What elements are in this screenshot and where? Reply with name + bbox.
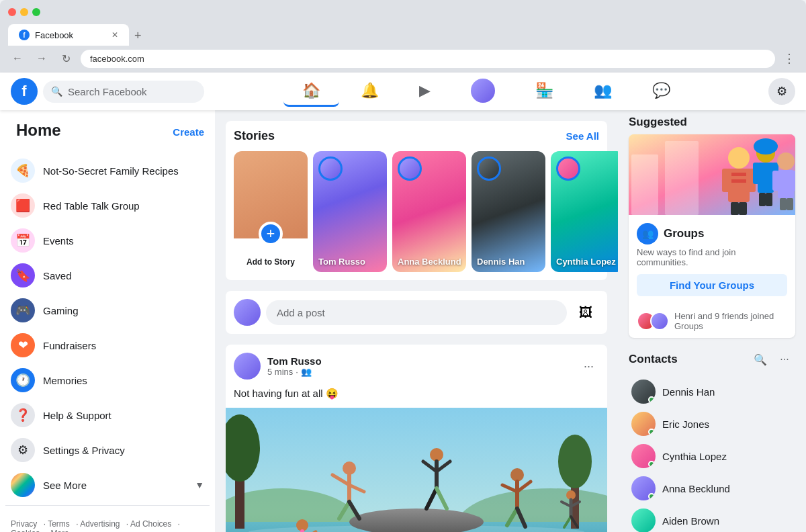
terms-link[interactable]: Terms bbox=[48, 519, 70, 529]
maximize-dot[interactable] bbox=[32, 8, 40, 16]
ad-choices-link[interactable]: Ad Choices bbox=[130, 519, 171, 529]
contact-item-aiden[interactable]: Aiden Brown bbox=[629, 504, 795, 532]
contact-item-anna[interactable]: Anna Becklund bbox=[629, 472, 795, 504]
post-photo-button[interactable]: 🖼 bbox=[572, 299, 599, 326]
contact-avatar-dennis bbox=[631, 380, 656, 404]
add-story-card[interactable]: Add to Story + bbox=[234, 151, 308, 272]
stories-title: Stories bbox=[234, 129, 275, 143]
gaming-icon: 🎮 bbox=[11, 298, 35, 322]
back-button[interactable]: ← bbox=[8, 49, 27, 68]
svg-rect-57 bbox=[759, 193, 766, 206]
svg-rect-50 bbox=[731, 202, 739, 215]
facebook-logo[interactable]: f bbox=[11, 78, 38, 105]
address-input[interactable] bbox=[81, 50, 775, 68]
find-groups-button[interactable]: Find Your Groups bbox=[637, 274, 787, 296]
story-label-cynthia: Cynthia Lopez bbox=[556, 257, 616, 267]
sidebar-title: Home bbox=[11, 116, 66, 145]
post-input-button[interactable]: Add a post bbox=[266, 300, 567, 325]
contacts-more-button[interactable]: ··· bbox=[774, 349, 795, 370]
active-tab[interactable]: f Facebook ✕ bbox=[8, 24, 129, 46]
nav-groups-button[interactable]: 👥 bbox=[575, 77, 631, 107]
contact-avatar-aiden bbox=[631, 508, 656, 532]
contacts-search-button[interactable]: 🔍 bbox=[750, 349, 771, 370]
browser-more-button[interactable]: ⋮ bbox=[780, 48, 798, 69]
nav-avatar-button[interactable] bbox=[452, 73, 514, 110]
close-tab-button[interactable]: ✕ bbox=[111, 30, 118, 40]
sidebar-label-help: Help & Support bbox=[43, 410, 111, 421]
stories-header: Stories See All bbox=[234, 129, 599, 143]
chevron-down-icon: ▼ bbox=[195, 480, 204, 490]
sidebar-item-fundraisers[interactable]: ❤ Fundraisers bbox=[5, 328, 210, 363]
nav-home-button[interactable]: 🏠 bbox=[283, 77, 339, 107]
post-user-info: Tom Russo 5 mins · 👥 bbox=[267, 355, 572, 377]
post-author-name[interactable]: Tom Russo bbox=[267, 355, 572, 367]
tab-bar: f Facebook ✕ + bbox=[0, 24, 806, 46]
svg-rect-51 bbox=[739, 202, 747, 215]
minimize-dot[interactable] bbox=[20, 8, 28, 16]
sidebar-item-saved[interactable]: 🔖 Saved bbox=[5, 258, 210, 293]
nav-messenger-button[interactable]: 💬 bbox=[633, 77, 689, 107]
post-time: 5 mins bbox=[267, 367, 293, 377]
nav-marketplace-button[interactable]: 🏪 bbox=[517, 77, 572, 107]
post-user-avatar bbox=[234, 299, 261, 326]
svg-rect-54 bbox=[758, 163, 774, 193]
sidebar-item-red-table[interactable]: 🟥 Red Table Talk Group bbox=[5, 188, 210, 223]
sidebar: Home Create 🍕 Not-So-Secret Family Recip… bbox=[0, 110, 215, 532]
sidebar-item-help[interactable]: ❓ Help & Support bbox=[5, 398, 210, 433]
svg-rect-43 bbox=[665, 141, 699, 215]
add-story-label: Add to Story bbox=[247, 257, 295, 267]
post-image-sky bbox=[226, 408, 607, 532]
sidebar-item-more[interactable]: See More ▼ bbox=[5, 468, 210, 502]
cookies-link[interactable]: Cookies bbox=[11, 529, 40, 532]
contacts-actions: 🔍 ··· bbox=[750, 349, 795, 370]
story-card-cynthia[interactable]: Cynthia Lopez bbox=[551, 151, 618, 272]
sidebar-item-memories[interactable]: 🕐 Memories bbox=[5, 363, 210, 398]
story-card-tom[interactable]: Tom Russo bbox=[313, 151, 387, 272]
sidebar-item-gaming[interactable]: 🎮 Gaming bbox=[5, 293, 210, 328]
sidebar-label-fundraisers: Fundraisers bbox=[43, 340, 96, 351]
advertising-link[interactable]: Advertising bbox=[80, 519, 120, 529]
joined-avatars bbox=[637, 312, 669, 330]
post-header: Tom Russo 5 mins · 👥 ··· bbox=[226, 345, 607, 388]
add-story-button[interactable]: + bbox=[259, 222, 283, 246]
main-layout: Home Create 🍕 Not-So-Secret Family Recip… bbox=[0, 110, 806, 532]
groups-card: 👥 Groups New ways to find and join commu… bbox=[629, 134, 795, 338]
story-card-dennis[interactable]: Dennis Han bbox=[472, 151, 545, 272]
sidebar-label-more: See More bbox=[43, 480, 87, 491]
facebook-header: f 🔍 🏠 🔔 ▶ 🏪 👥 💬 ⚙ bbox=[0, 73, 806, 110]
family-recipes-icon: 🍕 bbox=[11, 159, 35, 183]
contact-item-dennis[interactable]: Dennis Han bbox=[629, 375, 795, 408]
privacy-link[interactable]: Privacy bbox=[11, 519, 37, 529]
contact-name-dennis: Dennis Han bbox=[662, 386, 715, 398]
memories-icon: 🕐 bbox=[11, 368, 35, 392]
groups-card-title: Groups bbox=[664, 227, 704, 240]
forward-button[interactable]: → bbox=[32, 49, 51, 68]
sidebar-label-memories: Memories bbox=[43, 375, 87, 386]
contact-name-aiden: Aiden Brown bbox=[662, 515, 719, 527]
sidebar-item-events[interactable]: 📅 Events bbox=[5, 223, 210, 258]
refresh-button[interactable]: ↻ bbox=[56, 49, 75, 68]
nav-video-button[interactable]: ▶ bbox=[400, 77, 449, 107]
see-all-button[interactable]: See All bbox=[566, 130, 599, 142]
nav-notifications-button[interactable]: 🔔 bbox=[342, 77, 398, 107]
contact-item-eric[interactable]: Eric Jones bbox=[629, 408, 795, 440]
settings-button[interactable]: ⚙ bbox=[768, 78, 795, 105]
post-author-avatar[interactable] bbox=[234, 353, 261, 380]
contact-item-cynthia[interactable]: Cynthia Lopez bbox=[629, 440, 795, 472]
sidebar-item-family-recipes[interactable]: 🍕 Not-So-Secret Family Recipes bbox=[5, 153, 210, 188]
close-dot[interactable] bbox=[8, 8, 16, 16]
new-tab-button[interactable]: + bbox=[129, 26, 147, 46]
more-footer-link[interactable]: More bbox=[50, 529, 69, 532]
post-card: Tom Russo 5 mins · 👥 ··· Not having fun … bbox=[226, 345, 607, 532]
sidebar-item-settings[interactable]: ⚙ Settings & Privacy bbox=[5, 433, 210, 468]
online-indicator-anna bbox=[648, 493, 655, 500]
search-input[interactable] bbox=[68, 86, 196, 97]
groups-card-description: New ways to find and join communities. bbox=[637, 247, 787, 267]
post-more-button[interactable]: ··· bbox=[578, 357, 599, 376]
online-indicator-cynthia bbox=[648, 461, 655, 468]
story-card-anna[interactable]: Anna Becklund bbox=[392, 151, 466, 272]
sidebar-label-gaming: Gaming bbox=[43, 305, 79, 316]
saved-icon: 🔖 bbox=[11, 263, 35, 287]
sidebar-create-button[interactable]: Create bbox=[173, 126, 204, 138]
groups-joined-info: Henri and 9 friends joined Groups bbox=[629, 304, 795, 338]
